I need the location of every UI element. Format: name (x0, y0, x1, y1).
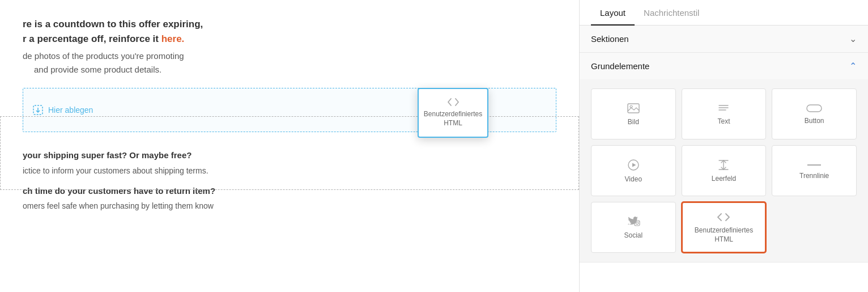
button-icon (806, 104, 822, 112)
image-icon (627, 103, 640, 113)
divider-icon (807, 163, 821, 167)
grundelemente-chevron: ⌃ (849, 61, 857, 71)
section3-bold: ch time do your customers have to return… (23, 185, 556, 198)
spacer-icon (718, 160, 729, 170)
drop-label: Hier ablegen (48, 105, 93, 115)
accordion-sektionen: Sektionen ⌄ (580, 26, 868, 53)
section2-text: ictice to inform your customers about sh… (23, 164, 556, 177)
button-label: Button (805, 117, 824, 126)
code-icon (717, 213, 730, 222)
svg-point-15 (636, 222, 638, 225)
elements-grid: Bild Text (591, 88, 857, 253)
leerfeld-label: Leerfeld (712, 175, 736, 184)
sektionen-header[interactable]: Sektionen ⌄ (580, 26, 868, 52)
svg-rect-2 (628, 104, 639, 113)
canvas-area: re is a countdown to this offer expiring… (0, 0, 579, 292)
section2-bold: your shipping super fast? Or maybe free? (23, 149, 556, 162)
tabs: Layout Nachrichtenstil (580, 0, 868, 26)
custom-html-label: Benutzerdefiniertes HTML (687, 226, 761, 244)
drop-icon (32, 104, 44, 116)
code-icon-dragged (447, 98, 459, 107)
tab-layout[interactable]: Layout (591, 0, 635, 26)
bild-label: Bild (628, 118, 639, 127)
trennlinie-label: Trennlinie (799, 172, 829, 181)
element-custom-html[interactable]: Benutzerdefiniertes HTML (682, 202, 767, 253)
section-below: your shipping super fast? Or maybe free?… (23, 138, 556, 213)
social-icon (627, 217, 640, 227)
tab-message-style[interactable]: Nachrichtenstil (635, 0, 708, 26)
social-label: Social (624, 231, 643, 240)
accordion-grundelemente: Grundelemente ⌃ Bild (580, 53, 868, 263)
sidebar: Layout Nachrichtenstil Sektionen ⌄ Grund… (579, 0, 868, 292)
section3-text: omers feel safe when purchasing by letti… (23, 200, 556, 212)
paragraph-1: re is a countdown to this offer expiring… (23, 17, 556, 46)
element-bild[interactable]: Bild (591, 88, 676, 139)
element-trennlinie[interactable]: Trennlinie (772, 145, 857, 196)
grundelemente-content: Bild Text (580, 79, 868, 262)
dragged-element[interactable]: BenutzerdefiniertesHTML (418, 88, 488, 138)
sektionen-label: Sektionen (591, 34, 629, 44)
grundelemente-header[interactable]: Grundelemente ⌃ (580, 53, 868, 79)
sektionen-chevron: ⌄ (849, 33, 857, 44)
element-text[interactable]: Text (682, 88, 767, 139)
dragged-label: BenutzerdefiniertesHTML (424, 110, 482, 128)
svg-rect-7 (807, 105, 822, 112)
video-icon (628, 159, 639, 171)
text-label: Text (717, 117, 730, 126)
element-leerfeld[interactable]: Leerfeld (682, 145, 767, 196)
video-label: Video (625, 175, 642, 184)
text-icon (718, 104, 729, 113)
paragraph-2: de photos of the products you're promoti… (23, 49, 556, 77)
svg-point-16 (639, 221, 639, 222)
element-social[interactable]: Social (591, 202, 676, 253)
grundelemente-label: Grundelemente (591, 61, 649, 71)
svg-marker-9 (632, 163, 636, 167)
element-button[interactable]: Button (772, 88, 857, 139)
email-content: re is a countdown to this offer expiring… (0, 0, 579, 292)
element-video[interactable]: Video (591, 145, 676, 196)
